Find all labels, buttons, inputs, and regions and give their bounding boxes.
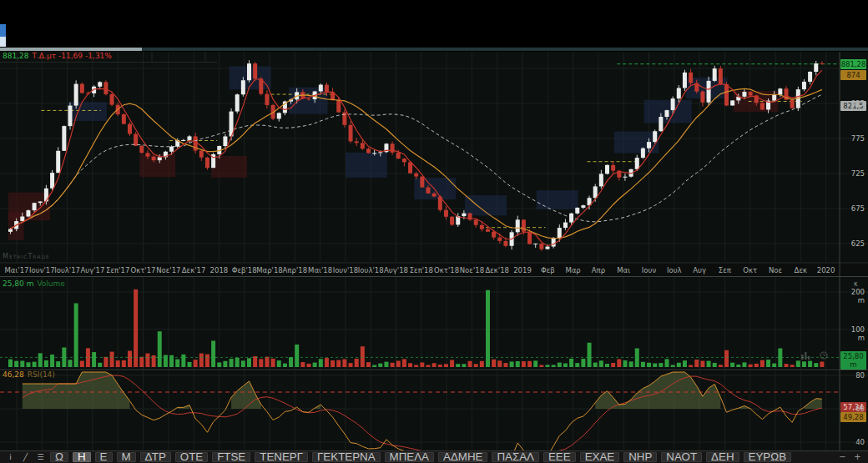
volume-current-value: 25,80 m [3, 279, 33, 288]
date-axis-label: Αυγ [693, 266, 706, 274]
ticker-button-ΟΤΕ[interactable]: ΟΤΕ [175, 452, 208, 462]
date-axis-label: 2020 [817, 266, 835, 274]
volume-indicator-name: Volume [37, 279, 64, 288]
date-axis-label: Οκτ [743, 266, 757, 274]
date-axis-label: Φεβ'18 [232, 266, 257, 274]
date-axis-label: Δεκ'18 [485, 266, 509, 274]
date-axis-label: Αυγ'18 [384, 266, 408, 274]
rsi-axis-tick: 40 [843, 438, 865, 446]
date-axis-label: Φεβ [541, 266, 555, 274]
last-price-badge: 881,28 [840, 59, 866, 69]
ticker-button-ΔΕΗ[interactable]: ΔΕΗ [706, 452, 739, 462]
timeframe-button-Ω[interactable]: Ω [50, 452, 68, 462]
price-axis-tick: 775 [843, 134, 865, 143]
scrollbar-thumb[interactable] [0, 48, 142, 51]
rsi-axis-tick: 60 [843, 405, 865, 413]
ticker-button-ΑΔΜΗΕ[interactable]: ΑΔΜΗΕ [438, 452, 487, 462]
price-axis-tick: 625 [843, 239, 865, 248]
date-axis-label: Δεκ'17 [182, 266, 206, 274]
date-axis-label: Απρ'18 [283, 266, 307, 274]
info-icon[interactable]: i [5, 452, 16, 462]
ticker-button-ΕΕΕ[interactable]: ΕΕΕ [543, 452, 576, 462]
date-axis-label: Μαι [617, 266, 630, 274]
rsi-indicator-label: 46,28RSI(14) [3, 370, 55, 379]
date-axis-label: Μαι'17 [5, 266, 29, 274]
pane-tools [801, 351, 829, 360]
date-axis-label: Ιουλ [667, 266, 682, 274]
ticker-button-ΝΑΟΤ[interactable]: ΝΑΟΤ [661, 452, 702, 462]
watermark: MetricTrade [3, 253, 50, 260]
ticker-button-ΤΕΝΕΡΓ[interactable]: ΤΕΝΕΡΓ [255, 452, 308, 462]
volume-axis-tick: 100 m [843, 325, 865, 342]
quote-row: 881,28Τ.Δ.μτ-11,69-1,31% [3, 52, 114, 62]
ticker-button-ΜΠΕΛΑ[interactable]: ΜΠΕΛΑ [385, 452, 434, 462]
rsi-axis-tick: 80 [843, 371, 865, 380]
date-axis-label: Σεπ'18 [410, 266, 433, 274]
date-axis-label: Οκτ'18 [434, 266, 459, 274]
ticker-button-ΔΤΡ[interactable]: ΔΤΡ [140, 452, 171, 462]
ticker-button-FTSE[interactable]: FTSE [212, 452, 250, 462]
change-label: Τ.Δ.μτ [33, 52, 57, 60]
date-axis-label: Νοε [769, 266, 782, 274]
bottom-toolbar: i ╱ ☰ ΩΗΕΜΔΤΡΟΤΕFTSEΤΕΝΕΡΓΓΕΚΤΕΡΝΑΜΠΕΛΑΑ… [0, 450, 868, 463]
date-axis-label: Ιουλ'17 [54, 266, 80, 274]
volume-pane-close-icon[interactable]: κ [854, 280, 858, 288]
ticker-button-ΕΥΡΩΒ[interactable]: ΕΥΡΩΒ [744, 452, 792, 462]
trading-app: 881,28Τ.Δ.μτ-11,69-1,31% MetricTrade 25,… [0, 0, 868, 463]
volume-indicator-label: 25,80 mVolume [3, 279, 65, 288]
date-axis-label: Σεπ'17 [106, 266, 129, 274]
timeframe-button-Η[interactable]: Η [73, 452, 91, 462]
volume-badge: 25,80 m [840, 351, 866, 370]
date-axis-label: Δεκ [795, 266, 807, 274]
ticker-button-ΠΑΣΑΛ[interactable]: ΠΑΣΑΛ [492, 452, 539, 462]
date-axis-label: Μαρ [565, 266, 580, 274]
date-axis-label: Ιουν'17 [29, 266, 55, 274]
date-axis-label: Ιουν [642, 266, 656, 274]
date-axis-label: Ιουν'18 [333, 266, 359, 274]
date-axis-label: 2018 [210, 266, 229, 274]
date-axis-label: Ιουλ'18 [358, 266, 384, 274]
ticker-button-ΝΗΡ[interactable]: ΝΗΡ [623, 452, 657, 462]
date-axis-label: Απρ [592, 266, 605, 274]
last-price: 881,28 [3, 52, 29, 60]
date-axis-label: 2019 [513, 266, 532, 274]
date-axis-label: Μαρ'18 [256, 266, 283, 274]
rsi-value-badge: 49,28 [840, 412, 866, 422]
ticker-button-ΓΕΚΤΕΡΝΑ[interactable]: ΓΕΚΤΕΡΝΑ [312, 452, 381, 462]
date-axis-label: Νοε'18 [460, 266, 484, 274]
bar-chart-icon[interactable] [801, 351, 811, 360]
zoom-out-button[interactable]: − [837, 452, 848, 462]
chart-scrollbar[interactable] [0, 48, 868, 51]
window-icon[interactable] [0, 24, 6, 47]
date-axis-label: Σεπ [719, 266, 731, 274]
date-axis-label: Αυγ'17 [80, 266, 104, 274]
date-axis-label: Νοε'17 [156, 266, 180, 274]
change-percent: -1,31% [85, 52, 112, 60]
price-axis-tick: 675 [843, 204, 865, 213]
clock-icon[interactable] [820, 351, 829, 360]
date-axis-label: Οκτ'17 [131, 266, 156, 274]
chart-canvas[interactable] [0, 0, 868, 463]
trendline-icon[interactable]: ╱ [20, 452, 31, 462]
price-axis-tick: 825 [843, 99, 865, 108]
zoom-in-button[interactable]: + [852, 452, 863, 462]
rsi-indicator-name: RSI(14) [28, 370, 55, 379]
rsi-current-value: 46,28 [3, 370, 24, 379]
change-value: -11,69 [58, 52, 83, 60]
volume-axis-tick: 200 m [843, 288, 865, 304]
toolbar-buttons: ΩΗΕΜΔΤΡΟΤΕFTSEΤΕΝΕΡΓΓΕΚΤΕΡΝΑΜΠΕΛΑΑΔΜΗΕΠΑ… [50, 452, 791, 462]
list-icon[interactable]: ☰ [35, 452, 46, 462]
timeframe-button-Μ[interactable]: Μ [117, 452, 136, 462]
ticker-button-ΕΧΑΕ[interactable]: ΕΧΑΕ [580, 452, 620, 462]
price-axis-tick: 725 [843, 169, 865, 178]
top-bar [0, 0, 868, 48]
date-axis-label: Μαι'18 [308, 266, 332, 274]
timeframe-button-Ε[interactable]: Ε [95, 452, 113, 462]
alert-price-badge: 874 [840, 70, 866, 80]
